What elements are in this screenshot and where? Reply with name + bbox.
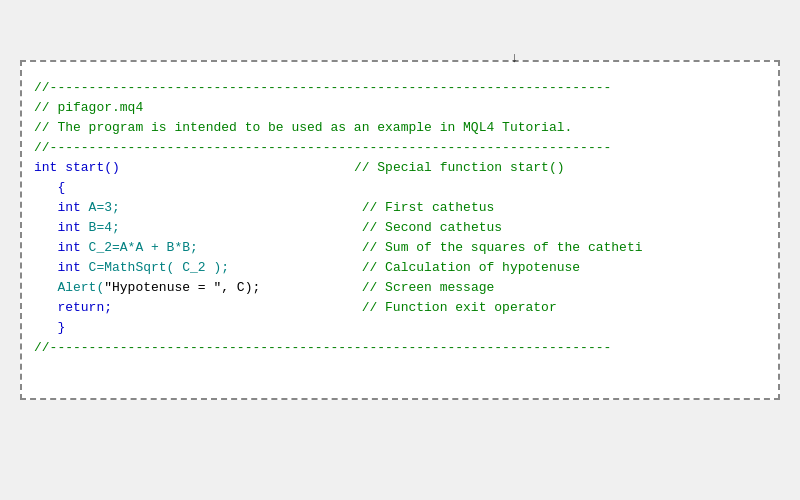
cursor-marker: ↓ xyxy=(510,50,518,66)
line-var-b: int B=4; // Second cathetus xyxy=(34,218,766,238)
line-func-start: int start() // Special function start() xyxy=(34,158,766,178)
line-separator3: //--------------------------------------… xyxy=(34,338,766,358)
line-var-c: int C=MathSqrt( C_2 ); // Calculation of… xyxy=(34,258,766,278)
line-var-a: int A=3; // First cathetus xyxy=(34,198,766,218)
line-separator-top: //--------------------------------------… xyxy=(34,78,766,98)
code-editor: ↓ //------------------------------------… xyxy=(20,60,780,400)
line-separator2: //--------------------------------------… xyxy=(34,138,766,158)
line-brace-open: { xyxy=(34,178,766,198)
line-filename: // pifagor.mq4 xyxy=(34,98,766,118)
line-description: // The program is intended to be used as… xyxy=(34,118,766,138)
line-var-c2: int C_2=A*A + B*B; // Sum of the squares… xyxy=(34,238,766,258)
line-alert: Alert("Hypotenuse = ", C); // Screen mes… xyxy=(34,278,766,298)
line-brace-close: } xyxy=(34,318,766,338)
line-return: return; // Function exit operator xyxy=(34,298,766,318)
